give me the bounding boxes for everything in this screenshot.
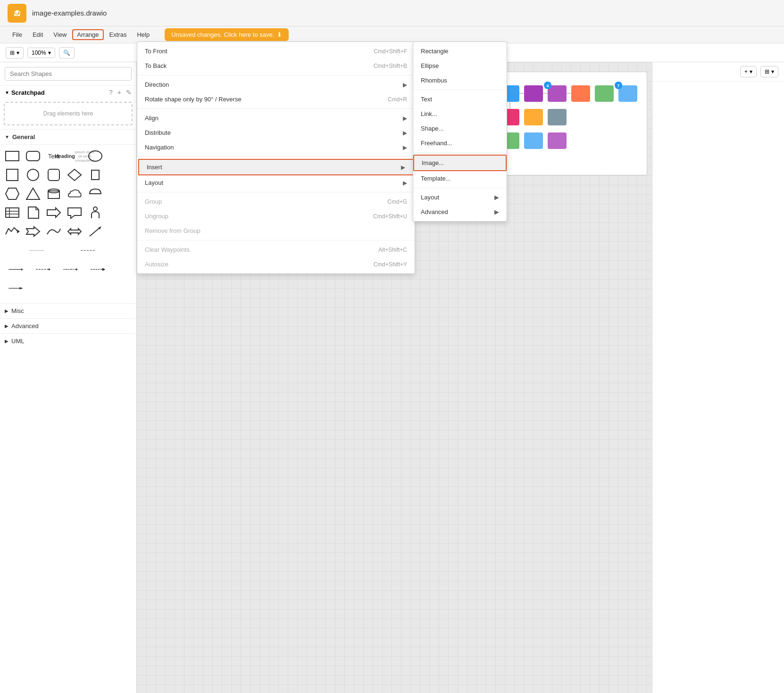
svg-rect-38 [102,268,104,270]
menu-rotate[interactable]: Rotate shape only by 90° / Reverse Cmd+R [137,92,415,107]
svg-text:7: 7 [617,83,619,88]
shape-arrow-dashed2[interactable] [58,262,82,277]
submenu-link[interactable]: Link... [413,107,507,121]
edit-icon[interactable]: ✎ [126,89,132,96]
shape-square[interactable] [4,167,21,182]
submenu-ellipse[interactable]: Ellipse [413,58,507,73]
submenu-advanced[interactable]: Advanced ▶ [413,205,507,219]
shape-cylinder[interactable] [45,186,62,201]
zoom-fit-button[interactable]: 🔍 [59,47,75,58]
shape-half-circle[interactable] [87,186,104,201]
shape-curved-line[interactable] [45,224,62,239]
menu-view[interactable]: View [49,29,71,40]
submenu-rectangle[interactable]: Rectangle [413,44,507,58]
svg-point-23 [93,207,97,211]
shape-cloud[interactable] [66,186,83,201]
image-label: Image... [422,159,444,166]
menu-direction[interactable]: Direction ▶ [137,77,415,92]
shape-parallelogram[interactable] [87,167,104,182]
scratchpad-arrow-icon: ▼ [5,90,9,95]
shape-line-dashed[interactable] [74,243,102,258]
add-element-button[interactable]: + ▾ [740,66,757,77]
page-icon: ⊞ [10,50,15,56]
text-label: Text [421,96,432,103]
shape-arrow-right[interactable] [45,205,62,220]
save-button[interactable]: Unsaved changes. Click here to save. ⬇ [165,28,289,41]
shape-arrow-double-dash[interactable] [86,262,109,277]
svg-rect-10 [48,169,59,181]
shape-arrow-line[interactable] [4,262,27,277]
shape-arrow-block[interactable] [4,280,27,296]
help-icon[interactable]: ? [109,89,113,96]
menu-distribute[interactable]: Distribute ▶ [137,125,415,140]
shape-arrow-dashed[interactable] [31,262,55,277]
menu-sep-4 [137,192,415,192]
menu-edit[interactable]: Edit [28,29,48,40]
shape-diagonal-arrow[interactable] [87,224,104,239]
menu-navigation[interactable]: Navigation ▶ [137,140,415,155]
menu-clear-waypoints: Clear Waypoints Alt+Shift+C [137,242,415,257]
chevron-down-icon: ▾ [17,50,19,56]
shape-line-dotted[interactable] [4,243,70,258]
section-advanced-header[interactable]: ▶ Advanced [0,318,136,333]
submenu-template[interactable]: Template... [413,171,507,186]
chevron-down-icon: ▾ [771,68,774,75]
section-general-header[interactable]: ▼ General [0,130,136,145]
submenu-freehand[interactable]: Freehand... [413,136,507,150]
menu-help[interactable]: Help [132,29,154,40]
shape-circle[interactable] [25,167,42,182]
shape-table[interactable] [4,205,21,220]
shape-diamond[interactable] [66,167,83,182]
grid-view-button[interactable]: ⊞ ▾ [760,66,778,77]
search-input[interactable] [5,67,132,81]
rotate-label: Rotate shape only by 90° / Reverse [145,96,242,103]
section-uml-label: UML [11,338,24,345]
shape-doc[interactable] [25,205,42,220]
section-misc-header[interactable]: ▶ Misc [0,303,136,318]
scratchpad-drop-zone[interactable]: Drag elements here [4,102,133,125]
add-icon[interactable]: + [117,89,121,96]
svg-marker-32 [21,268,23,270]
menu-insert[interactable]: Insert ▶ [138,159,414,175]
shape-rounded-rectangle[interactable] [25,148,42,164]
section-general-label: General [12,133,35,140]
submenu-layout[interactable]: Layout ▶ [413,190,507,205]
layout-label: Layout [145,179,163,186]
shape-triangle[interactable] [25,186,42,201]
submenu-text[interactable]: Text [413,92,507,107]
menu-file[interactable]: File [8,29,27,40]
menu-extras[interactable]: Extras [105,29,132,40]
menu-align[interactable]: Align ▶ [137,111,415,125]
section-uml-header[interactable]: ▶ UML [0,333,136,348]
align-label: Align [145,115,158,122]
shape-comment-bubble[interactable] [66,205,83,220]
shape-double-arrow[interactable] [66,224,83,239]
shape-rectangle[interactable] [4,148,21,164]
shape-hexagon[interactable] [4,186,21,201]
shape-rounded-square[interactable] [45,167,62,182]
menu-to-back[interactable]: To Back Cmd+Shift+B [137,58,415,73]
rhombus-label: Rhombus [421,77,447,84]
shape-wavy-arrow[interactable] [4,224,21,239]
svg-rect-48 [595,85,614,102]
search-icon: 🔍 [63,50,70,56]
svg-marker-24 [17,230,20,233]
shape-concave-arrow[interactable] [25,224,42,239]
submenu-rhombus[interactable]: Rhombus [413,73,507,88]
submenu-shape[interactable]: Shape... [413,121,507,136]
submenu-image[interactable]: Image... [413,155,507,171]
group-shortcut: Cmd+G [387,198,407,205]
shape-person[interactable] [87,205,104,220]
align-arrow-icon: ▶ [403,115,407,122]
shape-ellipse-outline[interactable] [87,148,104,164]
menu-arrange[interactable]: Arrange [72,29,103,40]
menu-layout[interactable]: Layout ▶ [137,175,415,190]
navigation-arrow-icon: ▶ [403,144,407,151]
menu-to-front[interactable]: To Front Cmd+Shift+F [137,44,415,58]
page-view-button[interactable]: ⊞ ▾ [6,47,24,58]
svg-marker-22 [47,208,60,217]
remove-group-label: Remove from Group [145,227,200,234]
menu-sep-3 [137,157,415,157]
shape-heading[interactable]: Heading ipsum dolor sit amet consectetur [66,148,83,164]
zoom-control[interactable]: 100% ▾ [27,48,55,58]
